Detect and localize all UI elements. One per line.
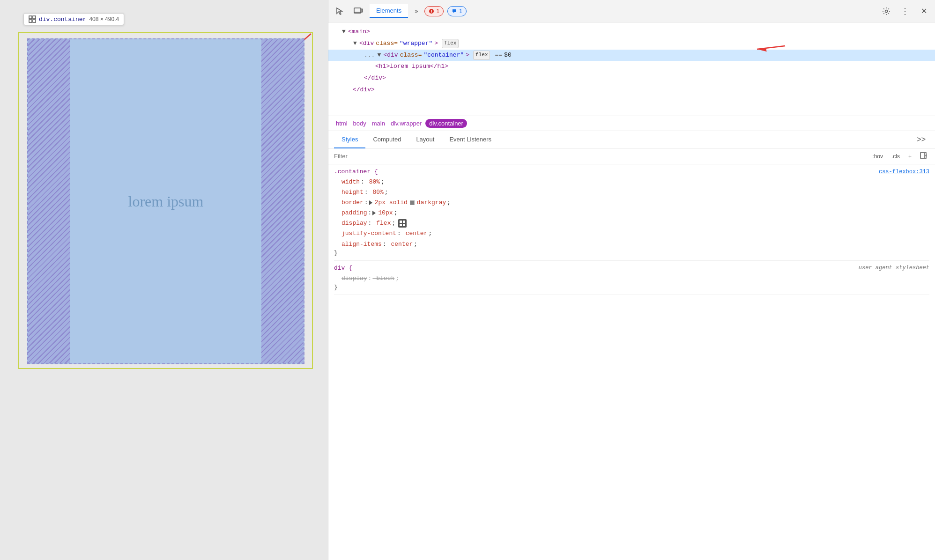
tab-styles[interactable]: Styles: [334, 131, 365, 148]
dom-row-close-container[interactable]: </div>: [328, 73, 935, 84]
breadcrumb-body[interactable]: body: [351, 119, 368, 128]
tab-layout[interactable]: Layout: [408, 131, 442, 148]
css-width-value: 80%: [365, 177, 380, 187]
container-rule-body: width : 80% ; height : 80% ; border : 2p…: [334, 177, 929, 250]
css-padding-line: padding : 10px ;: [341, 208, 929, 218]
breadcrumb-html[interactable]: html: [334, 119, 349, 128]
css-colon-ua: :: [368, 273, 372, 284]
css-display-value: flex: [372, 218, 391, 228]
css-semi-3: ;: [447, 198, 451, 208]
toggle-sidebar-icon: [920, 152, 927, 159]
svg-rect-19: [400, 224, 402, 226]
border-triangle[interactable]: [369, 200, 372, 205]
css-height-prop: height: [341, 187, 364, 198]
dollar-zero: $0: [504, 51, 512, 60]
css-semi-1: ;: [381, 177, 385, 187]
flex-grid-icon[interactable]: [398, 219, 407, 228]
breadcrumb-container[interactable]: div.container: [425, 119, 467, 128]
tab-more[interactable]: >>: [913, 132, 929, 147]
css-semi-7: ;: [414, 239, 417, 250]
css-display-ua-prop: display: [341, 273, 367, 284]
dom-tag-wrapper-open: <div: [359, 39, 374, 49]
css-display-ua-line: display : block ;: [341, 273, 929, 284]
close-icon: ✕: [921, 7, 927, 15]
more-vert-icon: ⋮: [901, 6, 909, 16]
container-selector: .container { css-flexbox:313: [334, 168, 929, 175]
more-options-button[interactable]: ⋮: [898, 4, 913, 19]
div-selector-text: div {: [334, 265, 352, 272]
add-style-button[interactable]: +: [905, 152, 914, 161]
filter-row: :hov .cls +: [328, 148, 935, 164]
css-colon-3: :: [364, 198, 368, 208]
padding-left: [28, 39, 70, 363]
css-colon-2: :: [364, 187, 368, 198]
container-rule-close: }: [334, 250, 929, 257]
filter-input[interactable]: [334, 153, 866, 160]
dom-row-h1[interactable]: <h1>lorem ipsum</h1>: [328, 61, 935, 73]
hov-button[interactable]: :hov: [869, 152, 886, 161]
cursor-tool-button[interactable]: [332, 4, 347, 19]
container-source[interactable]: css-flexbox:313: [879, 169, 929, 175]
css-align-prop: align-items: [341, 239, 382, 250]
dom-row-container[interactable]: ... ▼ <div class= "container" > flex == …: [328, 50, 935, 61]
devtools-panel: Elements » 1 1 ⋮ ✕: [328, 0, 935, 560]
css-justify-prop: justify-content: [341, 228, 396, 239]
element-icon: [29, 15, 36, 23]
flex-badge-wrapper: flex: [442, 39, 459, 48]
tab-event-listeners[interactable]: Event Listeners: [442, 131, 499, 148]
div-rule-close: }: [334, 284, 929, 291]
dom-row-close-wrapper[interactable]: </div>: [328, 84, 935, 96]
toggle-sidebar-button[interactable]: [917, 151, 929, 161]
cls-button[interactable]: .cls: [889, 152, 903, 161]
div-ua-rule: div { user agent stylesheet display : bl…: [334, 261, 929, 295]
dom-tag-close-container: </div>: [364, 74, 386, 83]
more-tabs-button[interactable]: »: [412, 6, 421, 16]
dom-row-main[interactable]: ▼ <main>: [328, 26, 935, 38]
dom-attr-value-container: "container": [423, 51, 464, 60]
tab-computed[interactable]: Computed: [365, 131, 408, 148]
css-semi-ua: ;: [395, 273, 399, 284]
darkgray-swatch[interactable]: [410, 200, 415, 205]
element-tooltip: div.container 408 × 490.4: [23, 13, 124, 25]
breadcrumb-wrapper[interactable]: div.wrapper: [389, 119, 423, 128]
svg-rect-17: [400, 221, 402, 223]
div-selector: div { user agent stylesheet: [334, 265, 929, 272]
padding-right: [261, 39, 304, 363]
device-icon: [354, 7, 363, 15]
css-semi-4: ;: [394, 208, 398, 218]
elements-tab-button[interactable]: Elements: [370, 4, 408, 18]
equal-sign: ==: [495, 51, 502, 60]
flex-badge-container: flex: [473, 51, 490, 60]
css-border-line: border : 2px solid darkgray ;: [341, 198, 929, 208]
tooltip-dimensions: 408 × 490.4: [89, 16, 119, 22]
css-colon-6: :: [397, 228, 401, 239]
css-height-value: 80%: [369, 187, 384, 198]
css-justify-line: justify-content : center ;: [341, 228, 929, 239]
settings-button[interactable]: [879, 4, 894, 19]
dom-row-wrapper[interactable]: ▼ <div class= "wrapper" > flex: [328, 38, 935, 50]
close-devtools-button[interactable]: ✕: [916, 4, 931, 19]
viewport-panel: div.container 408 × 490.4 lorem ipsum: [0, 0, 328, 560]
dom-tag-wrapper-close: >: [434, 39, 438, 49]
error-badge: 1: [424, 6, 444, 16]
div-source: user agent stylesheet: [859, 265, 929, 271]
svg-line-13: [757, 46, 785, 49]
css-display-prop: display: [341, 218, 367, 228]
svg-rect-1: [33, 16, 36, 19]
container-selector-text: .container {: [334, 168, 378, 175]
device-tool-button[interactable]: [351, 4, 366, 19]
chat-badge: 1: [447, 6, 467, 16]
svg-rect-2: [29, 20, 32, 22]
container-highlight: lorem ipsum: [27, 38, 304, 364]
padding-triangle[interactable]: [372, 211, 376, 215]
dom-tag-container-close: >: [466, 51, 469, 60]
breadcrumb-main[interactable]: main: [370, 119, 387, 128]
tabs-row: Styles Computed Layout Event Listeners >…: [328, 131, 935, 148]
css-align-line: align-items : center ;: [341, 239, 929, 250]
css-display-line: display : flex ;: [341, 218, 929, 228]
svg-rect-3: [33, 20, 36, 22]
css-padding-prop: padding: [341, 208, 367, 218]
css-padding-value: 10px: [378, 208, 393, 218]
svg-point-11: [885, 10, 888, 12]
dom-tree: ▼ <main> ▼ <div class= "wrapper" > flex …: [328, 22, 935, 116]
